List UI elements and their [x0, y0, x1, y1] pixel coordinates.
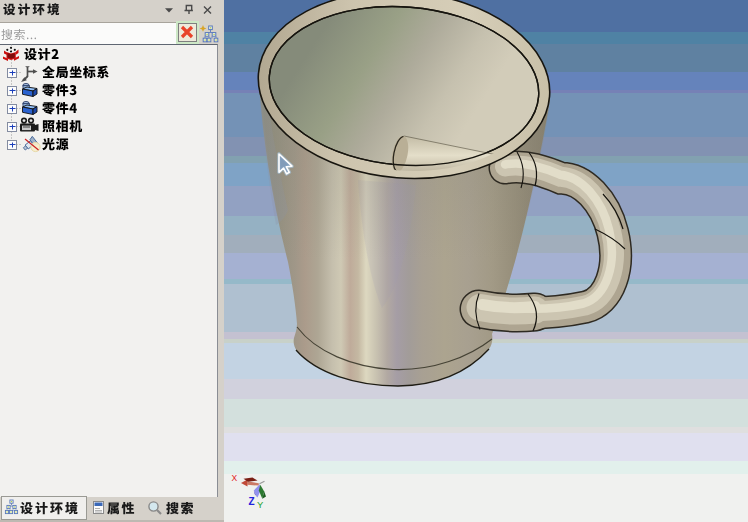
- svg-text:Y: Y: [257, 499, 264, 510]
- svg-text:Z: Z: [249, 496, 255, 507]
- svg-text:X: X: [232, 473, 238, 483]
